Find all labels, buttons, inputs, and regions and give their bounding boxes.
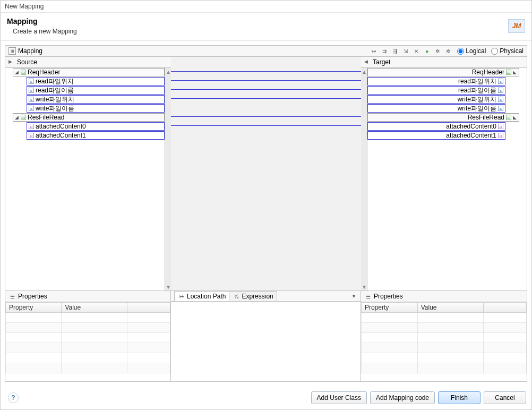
expand-icon[interactable]: ◢ [15,115,19,120]
target-field-label: attachedContent1 [446,132,496,139]
expand-icon[interactable]: ◣ [513,115,517,120]
target-icon: ◀ [364,59,371,65]
source-group-label: ResFileRead [28,114,64,121]
mapping-logo-icon: JM [508,19,525,33]
properties-label: Properties [374,293,403,300]
table-row[interactable] [6,353,170,363]
property-col-header: Property [6,303,62,313]
target-scrollbar[interactable]: ▴▾ [361,68,367,291]
object-type-icon: o [29,124,34,129]
tab-expression-label: Expression [242,293,273,300]
target-group[interactable]: ResFileRead▭◣ [367,113,519,122]
source-icon: ▶ [8,59,15,65]
source-field[interactable]: oattachedContent1 [27,131,165,140]
view-physical-radio[interactable]: Physical [491,47,524,55]
mapping-panel: ⊞ Mapping ↦ ⇉ ⇶ ⇲ ✕ ● ✲ ✲ Logical Physic… [5,45,527,382]
target-properties-table[interactable]: PropertyValue [361,302,527,373]
value-col-header: Value [62,303,127,313]
string-type-icon: s [29,106,34,111]
table-row[interactable] [6,343,170,353]
expression-body[interactable] [171,301,361,381]
expand-icon[interactable]: ◢ [15,70,19,75]
target-field[interactable]: read파일위치s [367,77,505,86]
target-field-label: attachedContent0 [446,123,496,130]
help-icon[interactable]: ? [8,392,19,403]
properties-label: Properties [18,293,47,300]
add-mapping-code-button[interactable]: Add Mapping code [370,391,435,404]
link-single-icon[interactable]: ↦ [370,47,377,55]
source-field[interactable]: swrite파일이름 [27,104,165,113]
view-physical-label: Physical [500,47,524,55]
target-field-label: read파일이름 [458,86,496,95]
target-field[interactable]: attachedContent0o [367,122,505,131]
tab-expression[interactable]: ˣ⁄ᵧExpression [229,291,277,301]
link-tree-icon[interactable]: ⇲ [402,47,409,55]
table-row[interactable] [362,333,527,343]
table-row[interactable] [362,343,527,353]
target-tree[interactable]: ReqHeader▭◣ read파일위치s read파일이름s write파일위… [367,68,527,291]
table-row[interactable] [6,333,170,343]
value-col-header: Value [417,303,483,313]
cancel-button[interactable]: Cancel [484,391,526,404]
source-field-label: write파일이름 [36,104,74,113]
target-field[interactable]: attachedContent1o [367,131,505,140]
source-group-label: ReqHeader [28,69,60,76]
source-properties-pane: ☰Properties PropertyValue [5,291,171,381]
clear-links-icon[interactable]: ✕ [413,47,420,55]
group-icon: ▭ [506,115,511,120]
object-type-icon: o [29,133,34,138]
target-field[interactable]: write파일위치s [367,95,505,104]
source-field[interactable]: sread파일이름 [27,86,165,95]
refresh-icon[interactable]: ● [423,47,431,55]
source-field-label: attachedContent1 [36,132,86,139]
gear-icon[interactable]: ✲ [434,47,441,55]
string-type-icon: s [498,97,503,102]
table-row[interactable] [362,353,527,363]
source-field-label: read파일이름 [36,86,74,95]
gear-alt-icon[interactable]: ✲ [444,47,452,55]
add-user-class-button[interactable]: Add User Class [311,391,367,404]
blank-col-header [127,303,170,313]
finish-button[interactable]: Finish [438,391,480,404]
table-row[interactable] [362,313,527,323]
view-logical-radio[interactable]: Logical [457,47,486,55]
table-row[interactable] [362,323,527,333]
target-field[interactable]: write파일이름s [367,104,505,113]
object-type-icon: o [498,133,503,138]
link-multi-icon[interactable]: ⇉ [381,47,388,55]
table-row[interactable] [362,363,527,373]
source-tree[interactable]: ◢▭ReqHeader sread파일위치 sread파일이름 swrite파일… [5,68,165,291]
source-field[interactable]: oattachedContent0 [27,122,165,131]
object-type-icon: o [498,124,503,129]
group-icon: ▭ [506,70,511,75]
tab-location-path[interactable]: ↦Location Path [174,291,229,301]
link-branch-icon[interactable]: ⇶ [391,47,399,55]
source-group[interactable]: ◢▭ReqHeader [13,68,165,76]
link-canvas[interactable] [171,57,361,291]
source-field-label: write파일위치 [36,95,74,104]
group-icon: ▭ [21,115,26,120]
source-scrollbar[interactable]: ▴▾ [165,68,171,291]
table-row[interactable] [6,313,170,323]
expression-pane: ↦Location Path ˣ⁄ᵧExpression ▾ [171,291,361,381]
group-icon: ▭ [21,70,26,75]
source-group[interactable]: ◢▭ResFileRead [13,113,165,122]
target-field[interactable]: read파일이름s [367,86,505,95]
mapping-icon: ⊞ [8,47,16,55]
source-field[interactable]: swrite파일위치 [27,95,165,104]
table-row[interactable] [6,363,170,373]
string-type-icon: s [29,97,34,102]
page-title: Mapping [7,17,77,25]
dialog-title: New Mapping [1,1,531,13]
path-icon: ↦ [178,293,185,300]
mapping-title: Mapping [18,47,42,55]
expand-icon[interactable]: ◣ [513,70,517,75]
target-field-label: write파일이름 [458,104,496,113]
source-column: ▶ Source ◢▭ReqHeader sread파일위치 sread파일이름… [5,57,171,291]
table-row[interactable] [6,323,170,333]
string-type-icon: s [498,79,503,84]
source-field[interactable]: sread파일위치 [27,77,165,86]
source-properties-table[interactable]: PropertyValue [5,302,170,373]
dropdown-icon[interactable]: ▾ [350,293,357,300]
target-group[interactable]: ReqHeader▭◣ [367,68,519,76]
